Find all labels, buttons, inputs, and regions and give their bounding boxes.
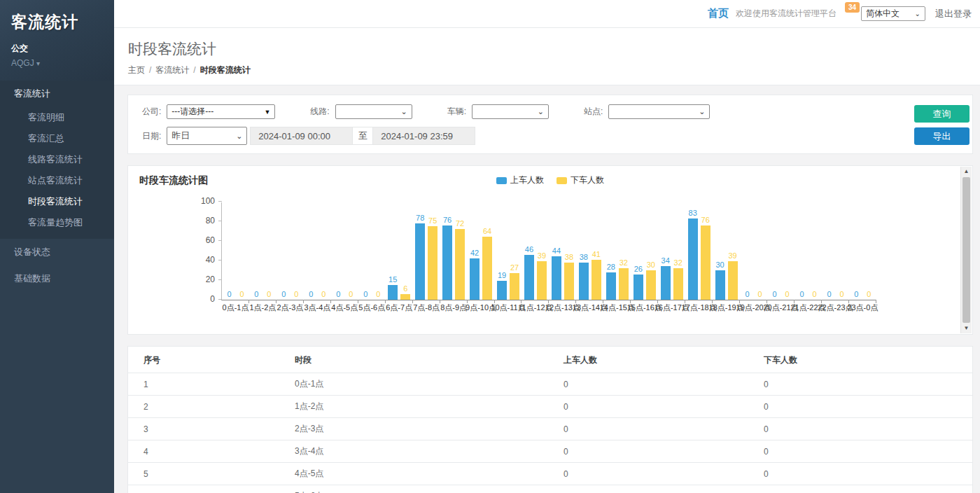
sidebar-item-客流统计[interactable]: 客流统计 xyxy=(0,81,114,107)
bar-value-label: 0 xyxy=(309,290,313,298)
bar-上车人数[interactable] xyxy=(470,258,479,300)
company-select[interactable]: ---请选择--- ▼ xyxy=(167,104,275,119)
bar-下车人数[interactable] xyxy=(592,260,601,300)
bar-value-label: 76 xyxy=(701,216,710,224)
sidebar-subitem-客流汇总[interactable]: 客流汇总 xyxy=(0,128,114,149)
bar-group: 192710点-11点 xyxy=(495,202,522,300)
date-start-input[interactable]: 2024-01-09 00:00 xyxy=(250,127,353,145)
sidebar-subitem-客流量趋势图[interactable]: 客流量趋势图 xyxy=(0,212,114,233)
table-cell: 0 xyxy=(558,463,758,485)
bar-上车人数[interactable] xyxy=(442,225,452,300)
table-cell: 0 xyxy=(558,440,758,463)
bar-slot: 32 xyxy=(619,202,629,300)
breadcrumb-item[interactable]: 主页 xyxy=(128,65,145,75)
bar-上车人数[interactable] xyxy=(634,275,643,300)
table-row: 32点-3点00 xyxy=(128,418,972,440)
table-cell: 0 xyxy=(758,440,972,463)
station-select[interactable]: ⌄ xyxy=(608,104,710,119)
sidebar-item-基础数据[interactable]: 基础数据 xyxy=(0,265,114,292)
table-row: 21点-2点00 xyxy=(128,396,972,418)
bar-下车人数[interactable] xyxy=(537,261,547,300)
bar-上车人数[interactable] xyxy=(415,223,425,300)
table-row: 10点-1点00 xyxy=(128,373,972,396)
user-name: AQGJ xyxy=(11,58,34,68)
bar-上车人数[interactable] xyxy=(606,272,616,300)
bar-下车人数[interactable] xyxy=(428,226,438,300)
bar-value-label: 75 xyxy=(428,216,437,225)
notification-badge[interactable]: 34 xyxy=(845,2,860,13)
sidebar-subitem-线路客流统计[interactable]: 线路客流统计 xyxy=(0,149,114,170)
breadcrumb-item[interactable]: 客流统计 xyxy=(155,65,189,75)
chevron-down-icon: ⌄ xyxy=(538,107,544,116)
table-cell: 4点-5点 xyxy=(289,463,558,485)
nav-home-link[interactable]: 首页 xyxy=(708,7,729,20)
bar-slot: 64 xyxy=(482,202,492,300)
scroll-down-arrow-icon[interactable]: ▼ xyxy=(961,324,972,333)
bar-slot: 42 xyxy=(470,202,479,300)
bar-下车人数[interactable] xyxy=(728,261,738,300)
table-row: 43点-4点00 xyxy=(128,440,972,463)
export-button[interactable]: 导出 xyxy=(914,127,969,145)
bar-下车人数[interactable] xyxy=(701,225,710,300)
language-select[interactable]: 简体中文 ⌄ xyxy=(861,6,925,21)
bar-上车人数[interactable] xyxy=(579,263,589,300)
bar-上车人数[interactable] xyxy=(715,270,725,300)
bar-下车人数[interactable] xyxy=(455,229,465,300)
sidebar-subitem-时段客流统计[interactable]: 时段客流统计 xyxy=(0,191,114,212)
bar-value-label: 0 xyxy=(281,290,286,298)
date-to-label: 至 xyxy=(353,127,372,145)
line-select[interactable]: ⌄ xyxy=(335,104,412,119)
bar-上车人数[interactable] xyxy=(497,281,507,300)
app-root: 客流统计 公交 AQGJ ▾ 客流统计客流明细客流汇总线路客流统计站点客流统计时… xyxy=(0,0,980,493)
logout-link[interactable]: 退出登录 xyxy=(935,8,972,20)
bar-上车人数[interactable] xyxy=(552,256,561,300)
bar-slot: 41 xyxy=(592,202,601,300)
bar-group: 463911点-12点 xyxy=(522,202,549,300)
sidebar: 客流统计 公交 AQGJ ▾ 客流统计客流明细客流汇总线路客流统计站点客流统计时… xyxy=(0,0,114,493)
sidebar-item-设备状态[interactable]: 设备状态 xyxy=(0,239,114,265)
bar-下车人数[interactable] xyxy=(400,294,410,300)
user-menu[interactable]: AQGJ ▾ xyxy=(11,58,103,68)
legend-item[interactable]: 下车人数 xyxy=(556,174,604,186)
table-header-cell: 序号 xyxy=(128,347,289,373)
x-axis-label: 1点-2点 xyxy=(249,303,276,313)
line-label: 线路: xyxy=(310,106,329,118)
date-preset-select[interactable]: 昨日 ⌄ xyxy=(167,127,247,145)
bar-下车人数[interactable] xyxy=(673,268,683,300)
bar-下车人数[interactable] xyxy=(646,270,656,300)
sidebar-subitem-站点客流统计[interactable]: 站点客流统计 xyxy=(0,170,114,191)
x-axis-label: 8点-9点 xyxy=(440,303,467,313)
bar-上车人数[interactable] xyxy=(388,285,398,300)
bar-slot: 0 xyxy=(224,202,234,300)
scroll-up-arrow-icon[interactable]: ▲ xyxy=(961,167,972,176)
scrollbar-thumb[interactable] xyxy=(962,177,970,323)
bar-slot: 28 xyxy=(606,202,616,300)
bar-group: 78757点-8点 xyxy=(413,202,440,300)
bar-下车人数[interactable] xyxy=(619,268,629,300)
bar-value-label: 32 xyxy=(674,258,682,267)
bar-下车人数[interactable] xyxy=(482,237,492,300)
query-button[interactable]: 查询 xyxy=(914,105,969,123)
table-cell: 0 xyxy=(558,396,758,418)
vehicle-select[interactable]: ⌄ xyxy=(472,104,549,119)
bar-slot: 78 xyxy=(415,202,425,300)
legend-item[interactable]: 上车人数 xyxy=(496,174,544,186)
bar-上车人数[interactable] xyxy=(688,218,698,300)
sidebar-subitem-客流明细[interactable]: 客流明细 xyxy=(0,107,114,128)
y-axis-tick-mark xyxy=(218,201,222,202)
bar-下车人数[interactable] xyxy=(510,273,519,300)
bar-下车人数[interactable] xyxy=(564,263,574,300)
bar-value-label: 0 xyxy=(746,290,750,298)
legend-swatch-icon xyxy=(496,177,507,184)
bar-value-label: 0 xyxy=(363,290,368,298)
bar-value-label: 32 xyxy=(620,258,628,267)
table-cell: 0 xyxy=(558,485,758,493)
legend-label: 上车人数 xyxy=(510,174,544,186)
table-header-cell: 时段 xyxy=(289,347,558,373)
date-end-input[interactable]: 2024-01-09 23:59 xyxy=(372,127,475,145)
bar-上车人数[interactable] xyxy=(524,255,534,300)
bar-value-label: 0 xyxy=(227,290,231,298)
bar-上车人数[interactable] xyxy=(661,266,671,300)
bar-group: 001点-2点 xyxy=(249,202,276,300)
chart-scrollbar[interactable]: ▲ ▼ xyxy=(960,167,972,333)
